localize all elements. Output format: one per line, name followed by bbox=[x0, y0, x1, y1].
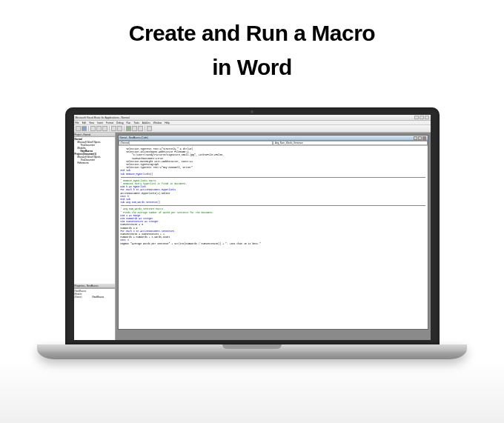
code-editor[interactable]: Selection.TypeText Text:="Sincerely," & … bbox=[119, 146, 428, 329]
menu-item-window[interactable]: Window bbox=[153, 121, 162, 124]
tree-item[interactable]: References bbox=[75, 161, 114, 164]
code-minimize-button[interactable] bbox=[414, 136, 417, 140]
code-line: Sub Remove_Hyperlinks() bbox=[121, 173, 425, 176]
menu-item-format[interactable]: Format bbox=[106, 121, 113, 124]
property-object: NewMacros Module bbox=[75, 290, 114, 296]
page-heading-line1: Create and Run a Macro bbox=[0, 21, 504, 46]
copy-icon[interactable] bbox=[96, 126, 102, 131]
code-window-titlebar[interactable]: Normal - NewMacros (Code) bbox=[119, 136, 428, 141]
code-mdi-area: Normal - NewMacros (Code) (General) Avg_… bbox=[116, 133, 431, 340]
laptop-notch bbox=[222, 344, 282, 349]
undo-icon[interactable] bbox=[111, 126, 116, 131]
window-titlebar[interactable]: Microsoft Visual Basic for Applications … bbox=[74, 115, 431, 121]
laptop-bezel: Microsoft Visual Basic for Applications … bbox=[65, 107, 440, 344]
cut-icon[interactable] bbox=[90, 126, 96, 131]
object-dropdown[interactable]: (General) bbox=[119, 141, 273, 145]
code-dropdown-bar: (General) Avg_Num_Words_Sentence bbox=[119, 141, 428, 146]
close-button[interactable] bbox=[425, 116, 429, 119]
run-icon[interactable] bbox=[126, 126, 131, 131]
left-panels: Project - Normal NormalMicrosoft Word Ob… bbox=[74, 133, 116, 340]
toolbar-separator bbox=[88, 126, 89, 131]
paste-icon[interactable] bbox=[102, 126, 107, 131]
code-window-title: Normal - NewMacros (Code) bbox=[120, 136, 148, 139]
code-line: Sub Avg_Num_Words_Sentence() bbox=[121, 201, 425, 204]
properties-panel[interactable]: NewMacros Module (Name) NewMacros bbox=[74, 288, 115, 340]
menu-item-view[interactable]: View bbox=[89, 121, 94, 124]
vba-editor-window: Microsoft Visual Basic for Applications … bbox=[74, 115, 431, 340]
procedure-separator bbox=[121, 205, 425, 206]
menu-item-tools[interactable]: Tools bbox=[133, 121, 139, 124]
toolbar-separator bbox=[124, 126, 125, 131]
menu-item-add-ins[interactable]: Add-Ins bbox=[142, 121, 150, 124]
property-row[interactable]: (Name) NewMacros bbox=[75, 296, 114, 299]
code-maximize-button[interactable] bbox=[418, 136, 422, 140]
menu-item-insert[interactable]: Insert bbox=[97, 121, 103, 124]
code-close-button[interactable] bbox=[422, 136, 426, 140]
design-mode-icon[interactable] bbox=[147, 126, 152, 131]
redo-icon[interactable] bbox=[117, 126, 122, 131]
menu-item-edit[interactable]: Edit bbox=[82, 121, 87, 124]
app-title: Microsoft Visual Basic for Applications … bbox=[76, 116, 130, 119]
minimize-button[interactable] bbox=[414, 116, 419, 119]
camera-dot bbox=[251, 110, 253, 113]
procedure-dropdown[interactable]: Avg_Num_Words_Sentence bbox=[273, 141, 428, 145]
main-area: Project - Normal NormalMicrosoft Word Ob… bbox=[74, 133, 431, 340]
menu-item-run[interactable]: Run bbox=[127, 121, 131, 124]
code-window: Normal - NewMacros (Code) (General) Avg_… bbox=[118, 135, 428, 330]
laptop-illustration: Microsoft Visual Basic for Applications … bbox=[37, 107, 467, 359]
laptop-screen: Microsoft Visual Basic for Applications … bbox=[74, 115, 431, 340]
break-icon[interactable] bbox=[132, 126, 137, 131]
save-icon[interactable] bbox=[82, 126, 87, 131]
toolbar-separator bbox=[109, 126, 110, 131]
maximize-button[interactable] bbox=[420, 116, 424, 119]
page-heading-line2: in Word bbox=[0, 55, 504, 80]
project-tree[interactable]: NormalMicrosoft Word ObjectsThisDocument… bbox=[74, 137, 115, 284]
toolbar bbox=[74, 125, 431, 133]
laptop-base bbox=[37, 344, 467, 359]
toolbar-button[interactable] bbox=[76, 126, 81, 131]
code-line: MsgBox "Average words per sentence" + St… bbox=[121, 242, 425, 245]
toolbar-separator bbox=[145, 126, 145, 131]
procedure-separator bbox=[121, 177, 425, 178]
menu-item-file[interactable]: File bbox=[76, 121, 79, 124]
reset-icon[interactable] bbox=[138, 126, 143, 131]
menu-item-debug[interactable]: Debug bbox=[116, 121, 123, 124]
menu-item-help[interactable]: Help bbox=[165, 121, 170, 124]
